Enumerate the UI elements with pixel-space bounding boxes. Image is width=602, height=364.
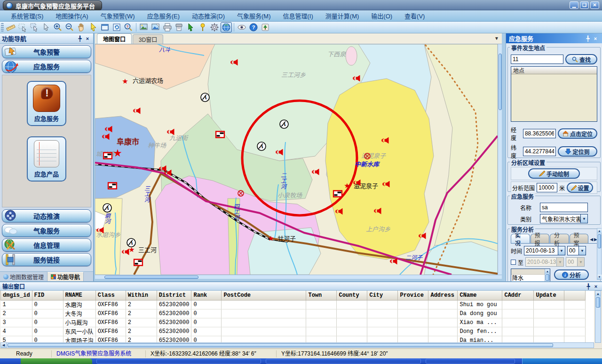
cross-marker-icon[interactable] xyxy=(364,152,371,160)
menu-item-4[interactable]: 应急服务(E) xyxy=(141,10,186,21)
print-preview-tool-button[interactable] xyxy=(174,22,185,32)
hour2-combo[interactable]: 00▼ xyxy=(566,257,585,267)
manual-draw-button[interactable]: 手动绘制 xyxy=(528,168,580,179)
flag-marker-icon[interactable] xyxy=(108,182,118,190)
speaker-marker-icon[interactable] xyxy=(418,233,427,240)
panel-pin-icon[interactable]: ╄ xyxy=(584,35,592,42)
menu-item-9[interactable]: 输出(O) xyxy=(365,10,398,21)
zoom-in-tool-button[interactable] xyxy=(52,22,63,32)
map-tab-dropdown-icon[interactable]: ▼ xyxy=(494,36,499,41)
panel-close-icon[interactable]: × xyxy=(592,35,599,42)
place-pin-tool-button[interactable] xyxy=(197,22,208,32)
speaker-marker-icon[interactable] xyxy=(166,129,175,136)
lon-input[interactable] xyxy=(523,129,556,138)
speaker-marker-icon[interactable] xyxy=(389,258,398,265)
station-marker-icon[interactable]: A xyxy=(279,119,289,129)
zoom-out-tool-button[interactable] xyxy=(64,22,75,32)
table-row[interactable]: 50大面场子沟OXFF8626523020000Da mian... xyxy=(1,336,586,343)
speaker-marker-icon[interactable] xyxy=(133,108,142,115)
menu-item-7[interactable]: 信息管理(I) xyxy=(277,10,319,21)
chevron-down-icon[interactable]: ▼ xyxy=(578,246,586,255)
column-header-fid[interactable]: FID xyxy=(32,291,63,300)
chevron-down-icon[interactable]: ▼ xyxy=(558,246,565,255)
service-name-input[interactable] xyxy=(540,203,588,212)
tab-plan[interactable]: 预案 xyxy=(570,234,589,243)
restore-button[interactable]: ❏ xyxy=(580,1,589,9)
column-header-address[interactable]: Address xyxy=(428,291,458,300)
identify-tool-button[interactable]: ? xyxy=(123,22,134,32)
service-type-combo[interactable]: 气象和洪水灾害▼ xyxy=(540,214,588,223)
locate-to-button[interactable]: 定位到 xyxy=(558,146,597,157)
tab-analysis[interactable]: 分析 xyxy=(550,234,569,243)
sidebar-section-top-1[interactable]: 应急服务 xyxy=(2,60,91,73)
speaker-marker-icon[interactable] xyxy=(230,59,239,66)
help-tool-button[interactable]: ? xyxy=(248,22,259,32)
speaker-marker-icon[interactable] xyxy=(96,227,105,234)
sidebar-section-bottom-2[interactable]: 信息管理 xyxy=(2,238,91,252)
flag-marker-icon[interactable] xyxy=(134,259,143,266)
speaker-marker-icon[interactable] xyxy=(164,170,173,177)
image-export-tool-button[interactable] xyxy=(138,22,150,32)
map-canvas[interactable]: 八斗六运湖农场三工河乡下西泉九运街阜康市城关镇种牛场滋泥泉子中新水库滋泥泉子小泉… xyxy=(95,44,498,275)
tab-map-window[interactable]: 地图窗口 xyxy=(97,33,132,44)
sidebar-section-bottom-3[interactable]: 服务链接 xyxy=(2,253,91,266)
speaker-marker-icon[interactable] xyxy=(373,208,382,215)
speaker-marker-icon[interactable] xyxy=(275,149,284,156)
element-list-item[interactable]: 降水 xyxy=(512,275,549,282)
speaker-marker-icon[interactable] xyxy=(353,180,362,187)
column-header-city[interactable]: City xyxy=(367,291,398,300)
pan-hand-tool-button[interactable] xyxy=(76,22,87,32)
print-tool-button[interactable] xyxy=(162,22,173,32)
menu-item-5[interactable]: 动态推演(D) xyxy=(186,10,231,21)
map-export-tool-button[interactable] xyxy=(150,22,161,32)
scroll-up-icon[interactable]: ▲ xyxy=(545,269,550,274)
menu-item-6[interactable]: 气象服务(M) xyxy=(231,10,277,21)
menu-item-2[interactable]: 地图操作(A) xyxy=(49,10,94,21)
locate-click-button[interactable]: 点击定位 xyxy=(558,128,597,139)
location-keyword-input[interactable] xyxy=(511,55,563,64)
tab-3d-window[interactable]: 3D窗口 xyxy=(133,34,163,44)
column-header-provice[interactable]: Provice xyxy=(398,291,428,300)
speaker-marker-icon[interactable] xyxy=(104,126,113,133)
select-dashed-tool-button[interactable] xyxy=(17,22,28,32)
globe-tool-tool-button[interactable] xyxy=(221,22,232,32)
flag-marker-icon[interactable] xyxy=(103,152,113,159)
cross-marker-icon[interactable] xyxy=(237,190,245,197)
column-header-district[interactable]: District xyxy=(157,291,191,300)
speaker-marker-icon[interactable] xyxy=(352,75,361,82)
output-vertical-scrollbar[interactable]: ▲ xyxy=(595,291,601,343)
column-header-town[interactable]: Town xyxy=(306,291,337,300)
sidebar-section-bottom-1[interactable]: 气象服务 xyxy=(2,224,91,237)
measure-tool-button[interactable] xyxy=(5,22,16,32)
speaker-marker-icon[interactable] xyxy=(382,181,391,188)
output-horizontal-scrollbar[interactable]: ◀ xyxy=(0,342,594,348)
map-horizontal-scrollbar[interactable] xyxy=(95,275,502,279)
scroll-up-icon[interactable]: ▲ xyxy=(595,291,601,296)
scroll-left-icon[interactable]: ◀ xyxy=(1,343,7,348)
flag-marker-icon[interactable] xyxy=(215,131,225,138)
range-input[interactable] xyxy=(537,183,557,192)
full-extent-tool-button[interactable] xyxy=(99,22,111,32)
hour-combo[interactable]: 00▼ xyxy=(567,246,586,255)
table-row[interactable]: 40东风一小队OXFF8626523020000Dong fen... xyxy=(1,327,586,336)
menu-item-10[interactable]: 查看(V) xyxy=(398,10,431,21)
taskbar-start-fragment[interactable] xyxy=(21,358,92,364)
column-header-postcode[interactable]: PostCode xyxy=(222,291,306,300)
output-table[interactable]: dmgis_idFIDRNAMEClassWithinDistrictRankP… xyxy=(0,291,586,343)
location-list[interactable]: 地点 xyxy=(511,66,597,122)
column-header-rname[interactable]: RNAME xyxy=(63,291,95,300)
date2-combo[interactable]: 2010-08-13▼ xyxy=(525,257,564,267)
column-header-within[interactable]: Within xyxy=(126,291,157,300)
column-header-rank[interactable]: Rank xyxy=(191,291,222,300)
lat-input[interactable] xyxy=(523,147,556,156)
flag-marker-icon[interactable] xyxy=(333,190,343,198)
column-header-update[interactable]: Update xyxy=(534,291,564,300)
table-row[interactable]: 30小马厩沟OXFF8626523020000Xiao ma ... xyxy=(1,318,586,327)
date-combo[interactable]: 2010-08-13▼ xyxy=(524,246,565,255)
speaker-marker-icon[interactable] xyxy=(381,137,390,144)
close-icon[interactable]: × xyxy=(84,35,91,42)
speaker-marker-icon[interactable] xyxy=(335,208,344,215)
column-header-caddr[interactable]: CAddr xyxy=(502,291,534,300)
speaker-marker-icon[interactable] xyxy=(311,169,320,176)
chevron-down-icon[interactable]: ▼ xyxy=(580,214,587,223)
